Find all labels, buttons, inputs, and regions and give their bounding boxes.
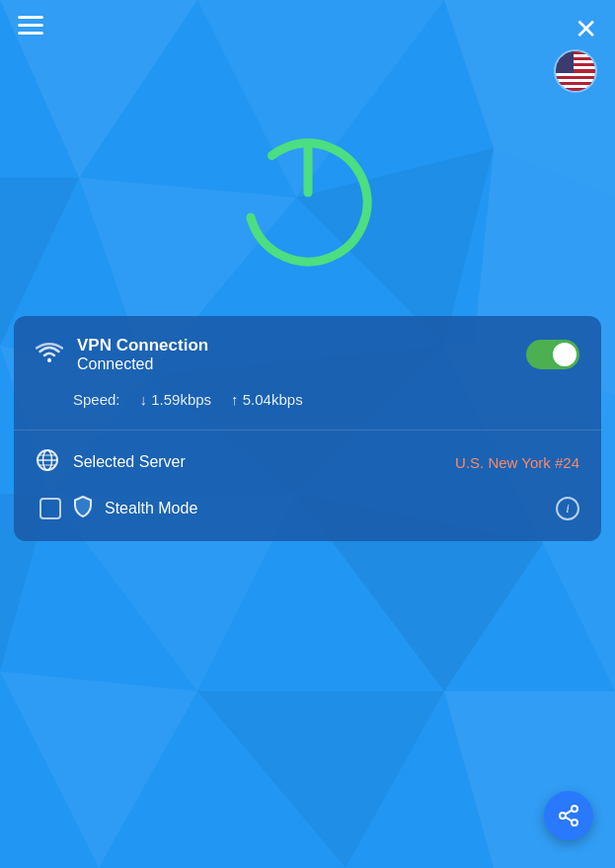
vpn-toggle[interactable] [526,340,579,369]
server-value: U.S. New York #24 [455,454,579,471]
stealth-checkbox[interactable] [39,498,61,519]
speed-download: ↓ 1.59kbps [140,391,212,408]
svg-point-23 [47,358,51,362]
flag-button[interactable] [554,49,597,93]
speed-upload: ↑ 5.04kbps [231,391,303,408]
server-label: Selected Server [73,453,186,471]
svg-rect-20 [18,32,43,35]
svg-rect-18 [18,16,43,19]
speed-row: Speed: ↓ 1.59kbps ↑ 5.04kbps [36,391,579,408]
stealth-info-button[interactable]: i [556,497,579,520]
server-row: Selected Server U.S. New York #24 [36,448,579,476]
power-area [0,109,615,316]
svg-rect-19 [18,24,43,27]
wifi-icon [36,342,63,367]
close-button[interactable]: ✕ [575,16,597,43]
globe-icon [36,448,59,476]
divider [14,430,601,431]
power-button[interactable] [234,128,382,276]
svg-line-33 [566,817,573,821]
hamburger-button[interactable] [18,16,43,39]
svg-line-32 [566,810,573,814]
toggle-knob [553,343,577,366]
info-card: VPN Connection Connected Speed: ↓ 1.59kb… [14,316,601,541]
connection-label: VPN Connection [77,336,208,355]
connection-status: Connected [77,355,208,373]
connection-row: VPN Connection Connected [36,336,579,373]
header: ✕ [0,0,615,109]
share-button[interactable] [544,791,593,840]
stealth-row: Stealth Mode i [36,496,579,521]
stealth-label: Stealth Mode [105,500,544,517]
speed-label: Speed: [73,391,120,408]
stealth-shield-icon [73,496,93,521]
header-right: ✕ [554,16,597,93]
